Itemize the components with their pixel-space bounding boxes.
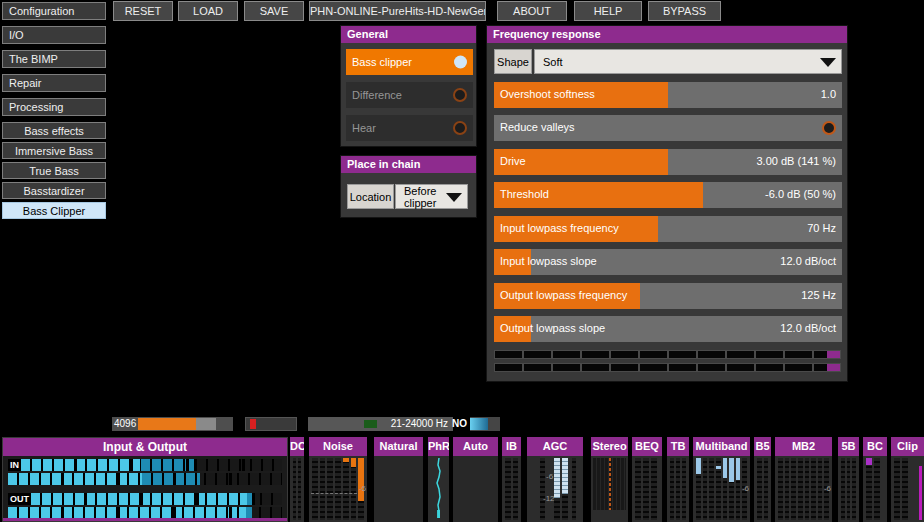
meter-track [312, 458, 318, 520]
general-option-hear[interactable]: Hear [346, 115, 473, 141]
place-in-chain-title: Place in chain [341, 156, 476, 173]
slider-overshoot-softness[interactable]: Overshoot softness1.0 [494, 82, 842, 108]
phase-trace [429, 458, 449, 520]
meter-track [866, 458, 872, 520]
general-option-bass-clipper[interactable]: Bass clipper [346, 49, 473, 75]
mono-gauge[interactable] [470, 417, 500, 431]
frequency-response-title: Frequency response [487, 26, 847, 43]
meter-level-bar [358, 458, 364, 501]
radio-icon[interactable] [453, 88, 467, 102]
buffer-headroom [196, 418, 216, 430]
meter-track [320, 458, 326, 520]
meter-track [736, 458, 741, 520]
sidebar-item-the-bimp[interactable]: The BIMP [2, 50, 106, 68]
radio-icon[interactable] [453, 121, 467, 135]
sidebar-item-bass-effects[interactable]: Bass effects [2, 122, 106, 139]
slider-drive[interactable]: Drive3.00 dB (141 %) [494, 149, 842, 175]
meter-panel-auto[interactable]: Auto [453, 437, 498, 522]
meter-track [847, 458, 851, 520]
slider-output-lowpass-frequency[interactable]: Output lowpass frequency125 Hz [494, 283, 842, 309]
meter-panel-tb[interactable]: TB [667, 437, 689, 522]
meter-panel-noise[interactable]: Noise-6 [309, 437, 367, 522]
input-output-panel: Input & Output INOUT [2, 437, 288, 522]
meter-track [643, 458, 649, 520]
meter-panel-title: Multiband [693, 437, 750, 456]
meter-panel-dc[interactable]: DC [290, 437, 304, 522]
meter-panel-b5[interactable]: B5 [754, 437, 771, 522]
meter-panel-5b[interactable]: 5B [838, 437, 859, 522]
slider-label: Reduce valleys [500, 121, 575, 133]
meter-track [635, 458, 641, 520]
meter-panel-body [502, 456, 521, 522]
meter-panel-ib[interactable]: IB [502, 437, 521, 522]
meter-panel-natural[interactable]: Natural [374, 437, 423, 522]
meter-panel-multiband[interactable]: Multiband-6 [693, 437, 750, 522]
meter-track [335, 458, 341, 520]
slider-input-lowpass-slope[interactable]: Input lowpass slope12.0 dB/oct [494, 249, 842, 275]
sidebar-item-configuration[interactable]: Configuration [2, 2, 106, 20]
meter-panel-agc[interactable]: AGC-6-12 [527, 437, 583, 522]
buffer-gauge[interactable]: 4096 [112, 417, 233, 431]
meter-track [811, 458, 816, 520]
sidebar-item-basstardizer[interactable]: Basstardizer [2, 182, 106, 199]
slider-value: 70 Hz [807, 222, 836, 234]
topbar-button-phn-online-purehits-hd-newgen-st9[interactable]: PHN-ONLINE-PureHits-HD-NewGen-ST9 [309, 1, 486, 21]
topbar-button-reset[interactable]: RESET [113, 1, 173, 21]
stereo-scope-center-line [609, 458, 611, 510]
topbar-button-help[interactable]: HELP [574, 1, 642, 21]
slider-threshold[interactable]: Threshold-6.0 dB (50 %) [494, 182, 842, 208]
radio-icon[interactable] [822, 121, 836, 135]
slider-value: 12.0 dB/oct [780, 322, 836, 334]
sidebar-item-processing[interactable]: Processing [2, 98, 106, 116]
io-meter-track [31, 493, 282, 505]
topbar-button-load[interactable]: LOAD [178, 1, 238, 21]
meter-panel-stereo[interactable]: Stereo [591, 437, 628, 522]
meter-panel-mb2[interactable]: MB2-6 [775, 437, 832, 522]
meter-track [682, 458, 686, 520]
band-strip-purple-end [827, 364, 840, 371]
meter-panel-title: BEQ [632, 437, 662, 456]
meter-panel-beq[interactable]: BEQ [632, 437, 662, 522]
sidebar-item-immersive-bass[interactable]: Immersive Bass [2, 142, 106, 159]
meter-panel-bc[interactable]: BC [863, 437, 887, 522]
general-option-label: Difference [352, 89, 402, 101]
meter-panel-title: Auto [453, 437, 498, 456]
topbar-button-about[interactable]: ABOUT [497, 1, 567, 21]
meter-panel-clip[interactable]: Clip [891, 437, 924, 522]
sidebar-item-repair[interactable]: Repair [2, 74, 106, 92]
sidebar-item-true-bass[interactable]: True Bass [2, 162, 106, 179]
topbar-button-bypass[interactable]: BYPASS [648, 1, 721, 21]
io-meter-track [8, 473, 282, 485]
band-range-gauge: 21-24000 Hz [308, 417, 453, 431]
meter-level-bar [716, 466, 721, 469]
slider-output-lowpass-slope[interactable]: Output lowpass slope12.0 dB/oct [494, 316, 842, 342]
cpu-gauge [245, 417, 297, 431]
meter-track [670, 458, 674, 520]
io-meter-fill [21, 459, 282, 471]
slider-input-lowpass-frequency[interactable]: Input lowpass frequency70 Hz [494, 216, 842, 242]
location-dropdown[interactable]: Before clipper [395, 184, 468, 209]
general-option-difference[interactable]: Difference [346, 82, 473, 108]
general-panel-title: General [341, 26, 476, 43]
meter-level-bar [723, 458, 728, 478]
meter-panel-body [667, 456, 689, 522]
meter-panel-body [891, 456, 924, 522]
toggle-reduce-valleys[interactable]: Reduce valleys [494, 115, 842, 141]
meter-track [513, 458, 519, 520]
meter-level-bar [729, 458, 734, 482]
io-meter-fill [8, 473, 282, 485]
meter-tick-label: -6 [742, 484, 749, 493]
topbar-button-save[interactable]: SAVE [244, 1, 304, 21]
buffer-fill [138, 418, 196, 430]
radio-selected-icon[interactable] [454, 56, 467, 69]
io-meter-row [8, 473, 282, 485]
meter-level-bar [866, 458, 872, 465]
shape-dropdown[interactable]: Soft [534, 49, 842, 74]
sidebar-item-i-o[interactable]: I/O [2, 26, 106, 44]
cpu-gauge-tick [250, 419, 256, 429]
meter-tick-label: -6 [824, 484, 831, 493]
sidebar-item-bass-clipper[interactable]: Bass Clipper [2, 202, 106, 219]
sidebar: ConfigurationI/OThe BIMPRepairProcessing… [2, 2, 106, 222]
meter-panel-title: Noise [309, 437, 367, 456]
meter-panel-phr[interactable]: PhR [428, 437, 449, 522]
